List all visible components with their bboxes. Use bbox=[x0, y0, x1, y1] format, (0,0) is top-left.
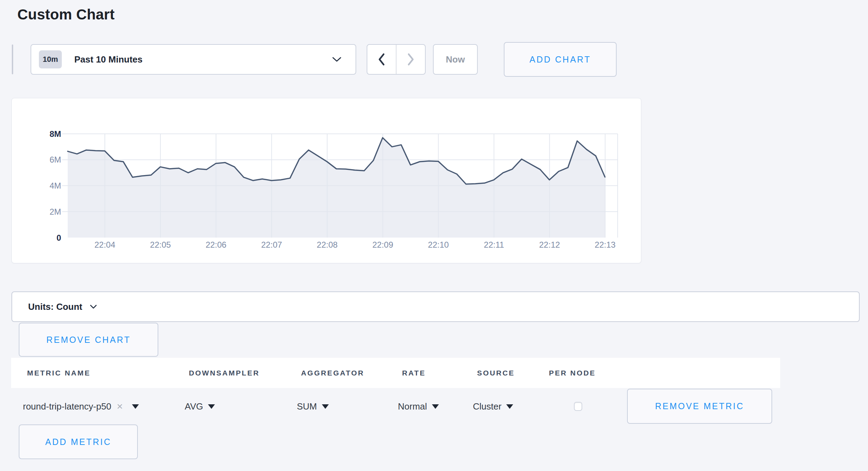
column-header-aggregator: AGGREGATOR bbox=[301, 358, 364, 388]
svg-text:4M: 4M bbox=[50, 181, 61, 190]
caret-down-icon bbox=[208, 404, 215, 409]
column-header-per-node: PER NODE bbox=[549, 358, 596, 388]
caret-down-icon bbox=[322, 404, 329, 409]
toolbar-left-divider bbox=[12, 44, 13, 74]
svg-text:6M: 6M bbox=[50, 155, 61, 164]
caret-down-icon bbox=[432, 404, 439, 409]
time-window-label: Past 10 Minutes bbox=[74, 54, 332, 65]
column-header-downsampler: DOWNSAMPLER bbox=[189, 358, 260, 388]
source-value: Cluster bbox=[473, 401, 501, 412]
downsampler-select[interactable]: AVG bbox=[185, 398, 215, 415]
rate-select[interactable]: Normal bbox=[398, 398, 439, 415]
page-title: Custom Chart bbox=[17, 6, 115, 23]
now-button[interactable]: Now bbox=[433, 44, 478, 75]
metrics-table-header: METRIC NAME DOWNSAMPLER AGGREGATOR RATE … bbox=[11, 358, 780, 388]
svg-text:22:06: 22:06 bbox=[206, 240, 226, 249]
units-dropdown[interactable]: Units: Count bbox=[11, 291, 860, 322]
svg-text:22:12: 22:12 bbox=[539, 240, 560, 249]
prev-time-button[interactable] bbox=[367, 45, 396, 74]
svg-text:2M: 2M bbox=[50, 207, 61, 216]
per-node-checkbox[interactable] bbox=[574, 402, 582, 411]
add-metric-button[interactable]: ADD METRIC bbox=[19, 424, 138, 459]
table-row: round-trip-latency-p50 × AVG SUM Normal … bbox=[0, 388, 868, 425]
time-step-button-group bbox=[367, 44, 426, 75]
caret-down-icon bbox=[506, 404, 513, 409]
clear-metric-icon[interactable]: × bbox=[117, 401, 123, 412]
aggregator-select[interactable]: SUM bbox=[297, 398, 329, 415]
metric-chart-svg[interactable]: 02M4M6M8M22:0422:0522:0622:0722:0822:092… bbox=[12, 98, 642, 264]
svg-text:22:07: 22:07 bbox=[261, 240, 282, 249]
svg-text:22:08: 22:08 bbox=[317, 240, 337, 249]
svg-text:22:09: 22:09 bbox=[372, 240, 393, 249]
time-window-dropdown[interactable]: 10m Past 10 Minutes bbox=[31, 44, 356, 75]
units-label: Units: Count bbox=[28, 301, 82, 312]
svg-text:22:13: 22:13 bbox=[595, 240, 616, 249]
chevron-down-icon bbox=[332, 57, 342, 63]
metric-name-value: round-trip-latency-p50 bbox=[23, 401, 111, 412]
add-chart-button[interactable]: ADD CHART bbox=[504, 42, 617, 77]
svg-text:22:10: 22:10 bbox=[428, 240, 449, 249]
custom-chart-page: Custom Chart 10m Past 10 Minutes Now ADD… bbox=[0, 0, 868, 471]
time-window-badge: 10m bbox=[39, 50, 62, 68]
svg-text:22:04: 22:04 bbox=[94, 240, 115, 249]
caret-down-icon bbox=[132, 404, 139, 409]
svg-text:22:11: 22:11 bbox=[484, 240, 504, 249]
chevron-down-icon bbox=[90, 305, 97, 309]
svg-text:22:05: 22:05 bbox=[150, 240, 171, 249]
column-header-source: SOURCE bbox=[477, 358, 515, 388]
downsampler-value: AVG bbox=[185, 401, 203, 412]
metric-chart-card: 02M4M6M8M22:0422:0522:0622:0722:0822:092… bbox=[11, 98, 641, 263]
source-select[interactable]: Cluster bbox=[473, 398, 513, 415]
rate-value: Normal bbox=[398, 401, 427, 412]
column-header-metric-name: METRIC NAME bbox=[27, 358, 91, 388]
aggregator-value: SUM bbox=[297, 401, 317, 412]
svg-text:0: 0 bbox=[57, 233, 61, 242]
next-time-button[interactable] bbox=[396, 45, 425, 74]
svg-text:8M: 8M bbox=[50, 129, 61, 139]
column-header-rate: RATE bbox=[402, 358, 426, 388]
chevron-right-icon bbox=[407, 53, 415, 66]
remove-metric-button[interactable]: REMOVE METRIC bbox=[627, 389, 772, 424]
metric-name-select[interactable]: round-trip-latency-p50 × bbox=[23, 398, 139, 415]
remove-chart-button[interactable]: REMOVE CHART bbox=[19, 323, 158, 357]
chevron-left-icon bbox=[377, 53, 386, 66]
